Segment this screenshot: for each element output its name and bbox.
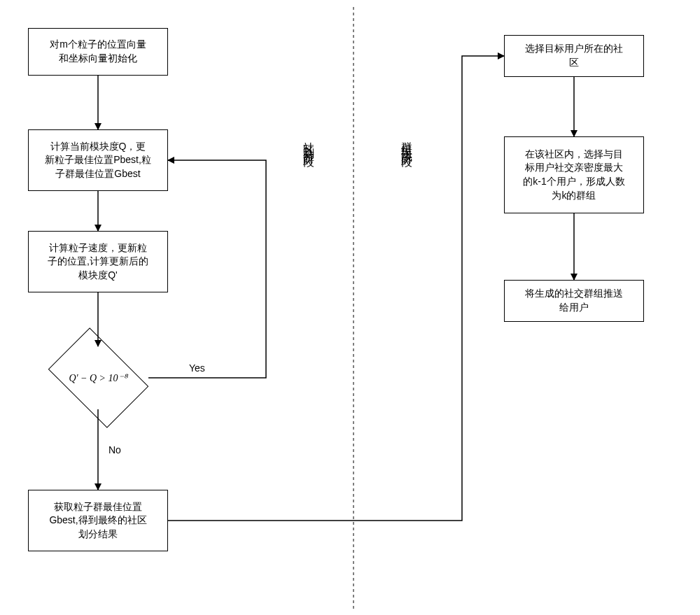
node-init: 对m个粒子的位置向量和坐标向量初始化 xyxy=(28,28,168,76)
node-formK: 在该社区内，选择与目标用户社交亲密度最大的k-1个用户，形成人数为k的群组 xyxy=(504,136,644,213)
node-cond-text: Q' − Q > 10⁻⁸ xyxy=(69,372,127,384)
node-select: 选择目标用户所在的社区 xyxy=(504,35,644,77)
node-result: 获取粒子群最佳位置Gbest,得到最终的社区划分结果 xyxy=(28,490,168,551)
edge-label-no: No xyxy=(108,444,121,455)
node-calcQ-text: 计算当前模块度Q，更新粒子最佳位置Pbest,粒子群最佳位置Gbest xyxy=(45,140,151,181)
node-update-text: 计算粒子速度，更新粒子的位置,计算更新后的模块度Q' xyxy=(48,241,148,283)
edge-label-yes: Yes xyxy=(189,362,205,374)
node-formK-text: 在该社区内，选择与目标用户社交亲密度最大的k-1个用户，形成人数为k的群组 xyxy=(523,148,624,202)
node-result-text: 获取粒子群最佳位置Gbest,得到最终的社区划分结果 xyxy=(49,500,146,542)
node-init-text: 对m个粒子的位置向量和坐标向量初始化 xyxy=(50,38,146,65)
node-push: 将生成的社交群组推送给用户 xyxy=(504,280,644,322)
node-select-text: 选择目标用户所在的社区 xyxy=(525,42,623,69)
node-update: 计算粒子速度，更新粒子的位置,计算更新后的模块度Q' xyxy=(28,231,168,292)
flowchart-canvas: 对m个粒子的位置向量和坐标向量初始化 计算当前模块度Q，更新粒子最佳位置Pbes… xyxy=(0,0,700,615)
node-cond: Q' − Q > 10⁻⁸ xyxy=(38,336,158,420)
node-push-text: 将生成的社交群组推送给用户 xyxy=(525,287,623,314)
phase-label-right: 群组生成阶段 xyxy=(399,133,414,150)
node-calcQ: 计算当前模块度Q，更新粒子最佳位置Pbest,粒子群最佳位置Gbest xyxy=(28,129,168,191)
phase-label-left: 社区划分阶段 xyxy=(301,133,316,150)
